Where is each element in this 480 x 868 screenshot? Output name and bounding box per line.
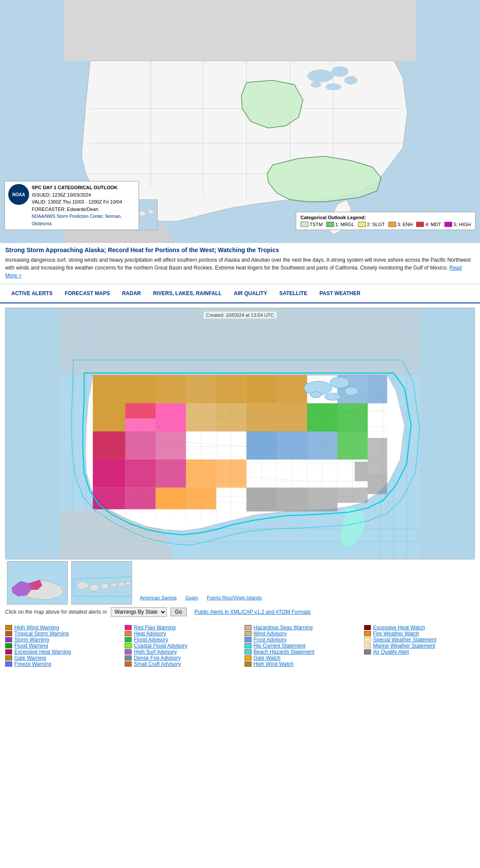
small-craft-advisory-link[interactable]: Small Craft Advisory: [134, 661, 181, 667]
hawaii-mini-map[interactable]: [71, 561, 132, 605]
alerts-us-map[interactable]: [6, 308, 474, 559]
alerts-map-container[interactable]: Created: 10/03/24 at 13:54 UTC: [5, 308, 475, 559]
beach-hazards-statement-link[interactable]: Beach Hazards Statement: [254, 649, 314, 655]
svg-rect-103: [307, 403, 338, 431]
svg-point-128: [310, 391, 321, 398]
state-dropdown[interactable]: Warnings By State Alabama Alaska Arizona…: [111, 607, 167, 617]
go-button[interactable]: Go: [170, 608, 187, 616]
svg-rect-96: [93, 488, 126, 510]
leg-storm-warning: Storm Warning: [5, 637, 116, 643]
american-samoa-link[interactable]: American Samoa: [140, 595, 176, 600]
flood-warning-swatch: [5, 643, 12, 648]
leg-rip-current-statement: Rip Current Statement: [245, 643, 355, 649]
svg-rect-114: [338, 488, 368, 503]
nav-bar: ACTIVE ALERTS FORECAST MAPS RADAR RIVERS…: [0, 284, 480, 303]
enh-swatch: [388, 222, 396, 227]
leg-tropical-storm-warning: Tropical Storm Warning: [5, 631, 116, 637]
nav-active-alerts[interactable]: ACTIVE ALERTS: [5, 289, 59, 298]
red-flag-warning-link[interactable]: Red Flag Warning: [134, 625, 175, 631]
high-wind-warning-swatch: [5, 625, 12, 630]
outlook-legend-row: TSTM 1: MRGL 2: SLGT 3: ENH 4: MDT 5: HI…: [301, 222, 471, 227]
puerto-rico-link[interactable]: Puerto Rico/Virgin Islands: [207, 595, 262, 600]
headline-section: Strong Storm Approaching Alaska; Record …: [0, 243, 480, 284]
fire-weather-watch-link[interactable]: Fire Weather Watch: [373, 631, 419, 637]
mrgl-swatch: [326, 222, 334, 227]
svg-point-20: [139, 211, 146, 216]
nav-satellite[interactable]: SATELLITE: [273, 289, 313, 298]
high-wind-watch-link[interactable]: High Wind Watch: [254, 661, 294, 667]
leg-excessive-heat-watch: Excessive Heat Watch: [364, 625, 475, 631]
excessive-heat-watch-link[interactable]: Excessive Heat Watch: [373, 625, 425, 631]
special-weather-statement-link[interactable]: Special Weather Statement: [373, 637, 437, 643]
small-craft-advisory-swatch: [125, 661, 132, 667]
nav-radar[interactable]: RADAR: [116, 289, 147, 298]
svg-rect-102: [156, 431, 186, 460]
legend-col-4: Excessive Heat Watch Fire Weather Watch …: [364, 625, 475, 667]
mrgl-label: 1: MRGL: [335, 222, 354, 227]
spc-forecaster: FORECASTER: Edwards/Dean: [32, 206, 135, 213]
legend-mdt: 4: MDT: [416, 222, 441, 227]
high-wind-warning-link[interactable]: High Wind Warning: [14, 625, 59, 631]
leg-beach-hazards-statement: Beach Hazards Statement: [245, 649, 355, 655]
high-swatch: [444, 222, 452, 227]
svg-rect-104: [338, 403, 368, 431]
alert-legend-grid: High Wind Warning Tropical Storm Warning…: [5, 625, 475, 667]
outlook-legend-title: Categorical Outlook Legend:: [301, 215, 471, 220]
wind-advisory-link[interactable]: Wind Advisory: [254, 631, 287, 637]
svg-rect-111: [246, 488, 277, 512]
svg-point-14: [326, 83, 341, 90]
svg-rect-83: [93, 375, 126, 431]
flood-advisory-link[interactable]: Flood Advisory: [134, 637, 168, 643]
dense-fog-advisory-link[interactable]: Dense Fog Advisory: [134, 655, 180, 661]
alaska-mini-map[interactable]: [7, 561, 68, 605]
gale-watch-link[interactable]: Gale Watch: [254, 655, 281, 661]
nav-past-weather[interactable]: PAST WEATHER: [313, 289, 366, 298]
nav-forecast-maps[interactable]: FORECAST MAPS: [59, 289, 116, 298]
nav-rivers[interactable]: RIVERS, LAKES, RAINFALL: [147, 289, 228, 298]
spc-center-link[interactable]: NOAA/NWS Storm Prediction Center, Norman…: [32, 214, 122, 226]
hazardous-seas-warning-link[interactable]: Hazardous Seas Warning: [254, 625, 313, 631]
headline-body: Increasing dangerous surf, strong winds …: [5, 257, 471, 271]
storm-warning-swatch: [5, 637, 12, 642]
rip-current-statement-link[interactable]: Rip Current Statement: [254, 643, 305, 649]
svg-rect-86: [156, 375, 186, 403]
svg-point-126: [344, 387, 358, 395]
alerts-section: Created: 10/03/24 at 13:54 UTC: [0, 303, 480, 621]
svg-rect-105: [338, 431, 368, 460]
svg-rect-98: [125, 431, 156, 460]
beach-hazards-statement-swatch: [245, 649, 252, 654]
slgt-label: 2: SLGT: [367, 222, 385, 227]
leg-dense-fog-advisory: Dense Fog Advisory: [125, 655, 235, 661]
svg-point-135: [118, 582, 125, 587]
guam-link[interactable]: Guam: [185, 595, 198, 600]
flood-warning-link[interactable]: Flood Warning: [14, 643, 48, 649]
storm-warning-link[interactable]: Storm Warning: [14, 637, 49, 643]
nav-air-quality[interactable]: AIR QUALITY: [228, 289, 273, 298]
tropical-storm-warning-link[interactable]: Tropical Storm Warning: [14, 631, 69, 637]
hazardous-seas-warning-swatch: [245, 625, 252, 630]
leg-excessive-heat-warning: Excessive Heat Warning: [5, 649, 116, 655]
air-quality-alert-link[interactable]: Air Quality Alert: [373, 649, 409, 655]
svg-rect-101: [156, 460, 186, 488]
svg-rect-93: [216, 403, 247, 431]
svg-rect-123: [125, 403, 156, 431]
xml-cap-link[interactable]: Public Alerts in XML/CAP v1.2 and ATOM F…: [195, 609, 311, 615]
svg-point-131: [76, 582, 89, 589]
gale-warning-link[interactable]: Gale Warning: [14, 655, 46, 661]
heat-advisory-link[interactable]: Heat Advisory: [134, 631, 166, 637]
high-surf-advisory-link[interactable]: High Surf Advisory: [134, 649, 177, 655]
excessive-heat-warning-link[interactable]: Excessive Heat Warning: [14, 649, 71, 655]
svg-rect-1: [64, 0, 416, 61]
freeze-warning-link[interactable]: Freeze Warning: [14, 661, 51, 667]
legend-col-1: High Wind Warning Tropical Storm Warning…: [5, 625, 116, 667]
flood-advisory-swatch: [125, 637, 132, 642]
leg-fire-weather-watch: Fire Weather Watch: [364, 631, 475, 637]
rip-current-statement-swatch: [245, 643, 252, 648]
svg-rect-116: [367, 438, 387, 473]
frost-advisory-link[interactable]: Frost Advisory: [254, 637, 287, 643]
leg-marine-weather-statement: Marine Weather Statement: [364, 643, 475, 649]
coastal-flood-advisory-link[interactable]: Coastal Flood Advisory: [134, 643, 187, 649]
marine-weather-statement-link[interactable]: Marine Weather Statement: [373, 643, 435, 649]
svg-point-134: [111, 583, 117, 587]
high-label: 5: HIGH: [454, 222, 471, 227]
